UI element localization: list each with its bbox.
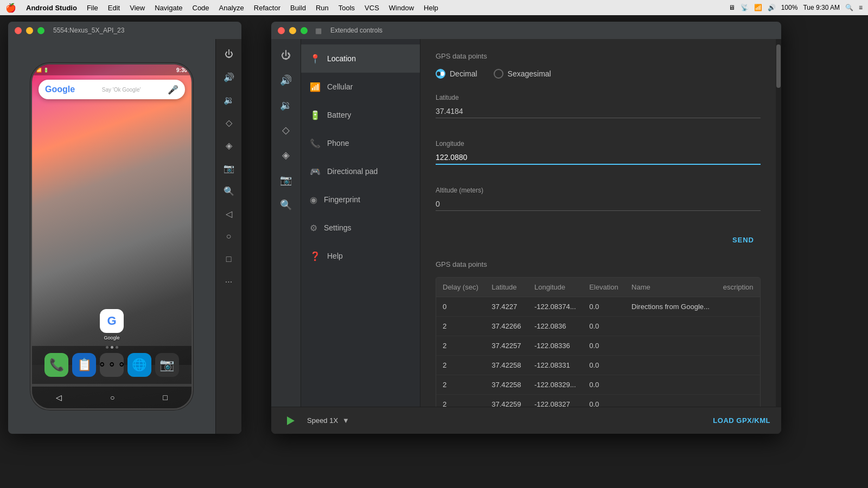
rotate-tool[interactable]: ◇ [219, 113, 239, 132]
play-button[interactable] [282, 413, 298, 429]
table-row[interactable]: 2 37.42266 -122.0836 0.0 [436, 317, 760, 336]
menu-analyze[interactable]: Analyze [219, 4, 244, 12]
cell-lng: -122.08331 [528, 356, 583, 375]
ext-minimize-button[interactable] [289, 27, 296, 34]
minimize-button[interactable] [26, 27, 33, 34]
phone-screen[interactable]: 📶 🔋 9:30 Google Say 'Ok Google' 🎤 [32, 65, 192, 408]
coordinates-section: Latitude 37.4184 Longitude Altitude (met… [436, 94, 761, 222]
ext-nav-camera[interactable]: 📷 [275, 169, 297, 191]
sexagesimal-radio-button[interactable] [494, 69, 503, 79]
longitude-input[interactable] [436, 151, 761, 165]
messages-app[interactable]: 📋 [72, 353, 96, 377]
google-search-bar[interactable]: Google Say 'Ok Google' 🎤 [39, 80, 185, 99]
back-nav-tool[interactable]: ◁ [219, 204, 239, 223]
browser-app[interactable]: 🌐 [127, 353, 151, 377]
phone-app[interactable]: 📞 [44, 353, 68, 377]
menu-extra-icon[interactable]: ≡ [859, 4, 863, 11]
ext-nav-power[interactable]: ⏻ [275, 44, 297, 66]
more-tool[interactable]: ··· [219, 272, 239, 292]
cell-lat: 37.42266 [485, 317, 528, 336]
sidebar-item-settings[interactable]: ⚙ Settings [301, 214, 420, 242]
cell-lat: 37.42257 [485, 336, 528, 356]
decimal-radio-button[interactable] [436, 69, 445, 79]
volume-down-tool[interactable]: 🔉 [219, 90, 239, 110]
launcher-app[interactable]: ⚬⚬⚬ [100, 353, 124, 377]
search-icon[interactable]: 🔍 [845, 4, 853, 11]
cell-name [625, 317, 717, 336]
recents-button[interactable]: □ [163, 393, 167, 402]
home-button[interactable]: ○ [110, 393, 114, 402]
table-row[interactable]: 2 37.42258 -122.08329... 0.0 [436, 375, 760, 395]
sidebar-item-fingerprint[interactable]: ◉ Fingerprint [301, 185, 420, 214]
ext-nav-zoom[interactable]: 🔍 [275, 194, 297, 216]
menu-help[interactable]: Help [424, 4, 438, 12]
radio-sexagesimal[interactable]: Sexagesimal [494, 69, 551, 79]
cell-elev: 0.0 [583, 395, 625, 407]
screenshot-tool[interactable]: 📷 [219, 158, 239, 178]
ext-nav-vol-dn[interactable]: 🔉 [275, 94, 297, 116]
menu-tools[interactable]: Tools [339, 4, 355, 12]
ext-close-button[interactable] [278, 27, 285, 34]
cell-desc [717, 336, 760, 356]
send-button[interactable]: SEND [726, 233, 761, 247]
maximize-button[interactable] [37, 27, 44, 34]
rotate2-tool[interactable]: ◈ [219, 136, 239, 155]
volume-icon: 🔊 [768, 4, 776, 11]
table-row[interactable]: 2 37.42259 -122.08327 0.0 [436, 395, 760, 407]
sexagesimal-radio-label: Sexagesimal [508, 69, 551, 78]
ext-window-icon: ▦ [315, 27, 322, 35]
speed-dropdown-arrow[interactable]: ▼ [342, 416, 349, 425]
sidebar-item-phone[interactable]: 📞 Phone [301, 129, 420, 157]
menu-appname[interactable]: Android Studio [26, 4, 77, 12]
ext-maximize-button[interactable] [301, 27, 308, 34]
sidebar-item-battery[interactable]: 🔋 Battery [301, 101, 420, 129]
cell-lng: -122.08336 [528, 336, 583, 356]
app-google[interactable]: G Google [100, 309, 124, 341]
microphone-icon[interactable]: 🎤 [168, 85, 178, 95]
cell-name [625, 336, 717, 356]
back-button[interactable]: ◁ [56, 393, 62, 402]
close-button[interactable] [15, 27, 22, 34]
phone-dock: 📞 📋 ⚬⚬⚬ 🌐 📷 [32, 346, 192, 384]
emulator-body: 📶 🔋 9:30 Google Say 'Ok Google' 🎤 [8, 39, 241, 434]
menu-build[interactable]: Build [290, 4, 306, 12]
sidebar-item-location[interactable]: 📍 Location [301, 44, 420, 73]
scrollbar-thumb[interactable] [776, 44, 781, 88]
power-tool[interactable]: ⏻ [219, 44, 239, 64]
menu-run[interactable]: Run [316, 4, 329, 12]
menu-refactor[interactable]: Refactor [254, 4, 280, 12]
sidebar-item-help[interactable]: ❓ Help [301, 242, 420, 270]
menu-edit[interactable]: Edit [108, 4, 120, 12]
recents-nav-tool[interactable]: □ [219, 249, 239, 269]
cell-elev: 0.0 [583, 356, 625, 375]
camera-app[interactable]: 📷 [155, 353, 179, 377]
sidebar-item-cellular[interactable]: 📶 Cellular [301, 73, 420, 101]
table-row[interactable]: 0 37.4227 -122.08374... 0.0 Directions f… [436, 297, 760, 317]
load-gpx-button[interactable]: LOAD GPX/KML [713, 416, 770, 425]
zoom-tool[interactable]: 🔍 [219, 181, 239, 201]
ext-nav-rotate2[interactable]: ◈ [275, 144, 297, 166]
menu-code[interactable]: Code [193, 4, 209, 12]
apple-menu[interactable]: 🍎 [5, 3, 16, 13]
radio-decimal[interactable]: Decimal [436, 69, 477, 79]
cellular-icon: 📶 [310, 82, 321, 92]
home-nav-tool[interactable]: ○ [219, 227, 239, 246]
table-row[interactable]: 2 37.42257 -122.08336 0.0 [436, 336, 760, 356]
ext-nav-rotate[interactable]: ◇ [275, 119, 297, 141]
volume-up-tool[interactable]: 🔊 [219, 67, 239, 87]
menu-window[interactable]: Window [389, 4, 414, 12]
table-row[interactable]: 2 37.42258 -122.08331 0.0 [436, 356, 760, 375]
sidebar-item-dpad[interactable]: 🎮 Directional pad [301, 157, 420, 185]
extended-controls-window: ▦ Extended controls ⏻ 🔊 🔉 ◇ ◈ 📷 🔍 📍 Loca… [271, 22, 781, 434]
menu-vcs[interactable]: VCS [365, 4, 379, 12]
latitude-label: Latitude [436, 94, 761, 101]
ext-nav-vol-up[interactable]: 🔊 [275, 69, 297, 91]
menu-file[interactable]: File [87, 4, 98, 12]
google-logo: Google [45, 85, 75, 94]
col-elevation: Elevation [583, 278, 625, 297]
scrollbar-track[interactable] [776, 39, 781, 407]
menu-navigate[interactable]: Navigate [155, 4, 182, 12]
gps-data-table-wrapper: Delay (sec) Latitude Longitude Elevation… [436, 277, 761, 407]
menu-view[interactable]: View [130, 4, 145, 12]
menu-bar: 🍎 Android Studio File Edit View Navigate… [0, 0, 868, 15]
